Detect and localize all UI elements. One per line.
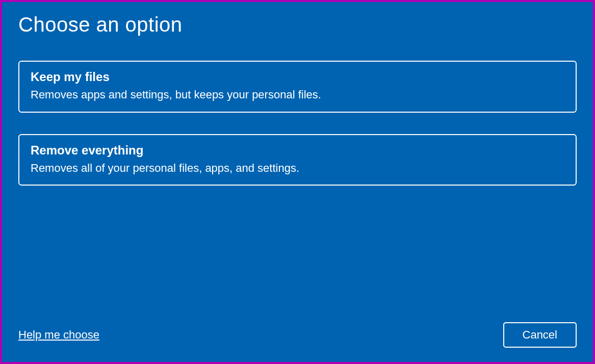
cancel-button[interactable]: Cancel (503, 322, 577, 348)
help-me-choose-link[interactable]: Help me choose (18, 328, 99, 342)
page-title: Choose an option (18, 13, 577, 36)
footer: Help me choose Cancel (18, 322, 577, 348)
option-keep-my-files[interactable]: Keep my files Removes apps and settings,… (18, 61, 577, 113)
options-container: Keep my files Removes apps and settings,… (18, 61, 577, 322)
option-title: Remove everything (31, 143, 564, 158)
option-remove-everything[interactable]: Remove everything Removes all of your pe… (18, 134, 577, 186)
option-description: Removes all of your personal files, apps… (31, 161, 564, 176)
option-title: Keep my files (31, 70, 564, 84)
option-description: Removes apps and settings, but keeps you… (31, 87, 564, 102)
